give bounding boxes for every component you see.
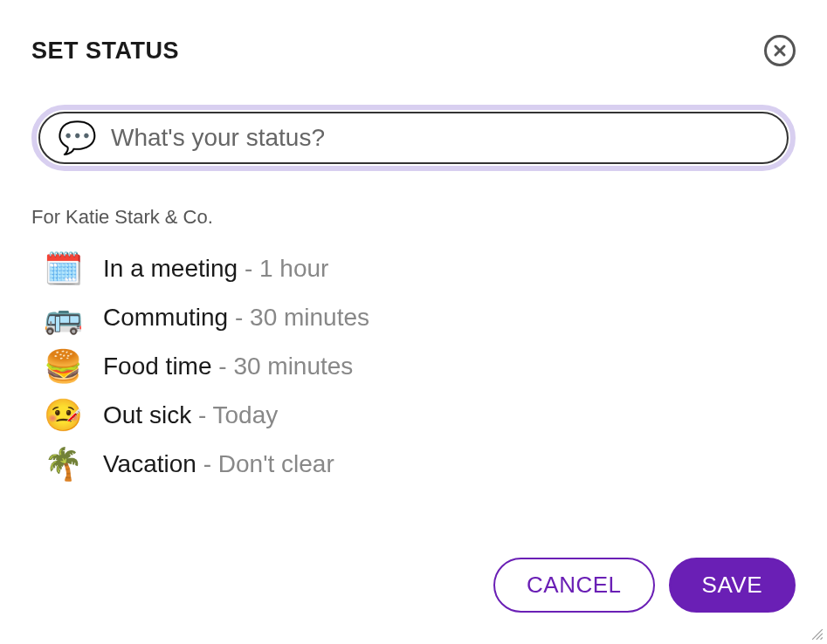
modal-header: SET STATUS <box>31 35 796 66</box>
set-status-modal: SET STATUS 💬 For Katie Stark & Co. 🗓️ In… <box>0 0 827 644</box>
status-option-commuting[interactable]: 🚌 Commuting - 30 minutes <box>44 293 796 342</box>
status-option-food[interactable]: 🍔 Food time - 30 minutes <box>44 342 796 391</box>
modal-title: SET STATUS <box>31 38 179 65</box>
cancel-button[interactable]: CANCEL <box>493 558 654 613</box>
status-option-sick[interactable]: 🤒 Out sick - Today <box>44 391 796 440</box>
svg-line-4 <box>821 638 823 640</box>
close-button[interactable] <box>764 35 796 66</box>
close-icon <box>773 44 787 58</box>
speech-bubble-icon[interactable]: 💬 <box>58 122 97 154</box>
save-button[interactable]: SAVE <box>669 558 796 613</box>
workspace-subtitle: For Katie Stark & Co. <box>31 206 796 229</box>
status-options-list: 🗓️ In a meeting - 1 hour 🚌 Commuting - 3… <box>31 244 796 489</box>
status-input[interactable] <box>111 124 769 152</box>
status-input-container: 💬 <box>31 105 796 171</box>
option-label: Out sick - Today <box>103 401 278 429</box>
status-option-vacation[interactable]: 🌴 Vacation - Don't clear <box>44 440 796 489</box>
option-label: Food time - 30 minutes <box>103 353 353 380</box>
hamburger-icon: 🍔 <box>44 351 82 382</box>
calendar-icon: 🗓️ <box>44 253 82 284</box>
modal-footer: CANCEL SAVE <box>493 558 796 613</box>
bus-icon: 🚌 <box>44 302 82 333</box>
option-label: In a meeting - 1 hour <box>103 255 328 283</box>
status-input-inner: 💬 <box>38 112 789 164</box>
palm-tree-icon: 🌴 <box>44 449 82 480</box>
sick-face-icon: 🤒 <box>44 400 82 431</box>
resize-handle-icon[interactable] <box>811 628 824 641</box>
option-label: Commuting - 30 minutes <box>103 304 369 332</box>
status-option-meeting[interactable]: 🗓️ In a meeting - 1 hour <box>44 244 796 293</box>
option-label: Vacation - Don't clear <box>103 450 334 478</box>
